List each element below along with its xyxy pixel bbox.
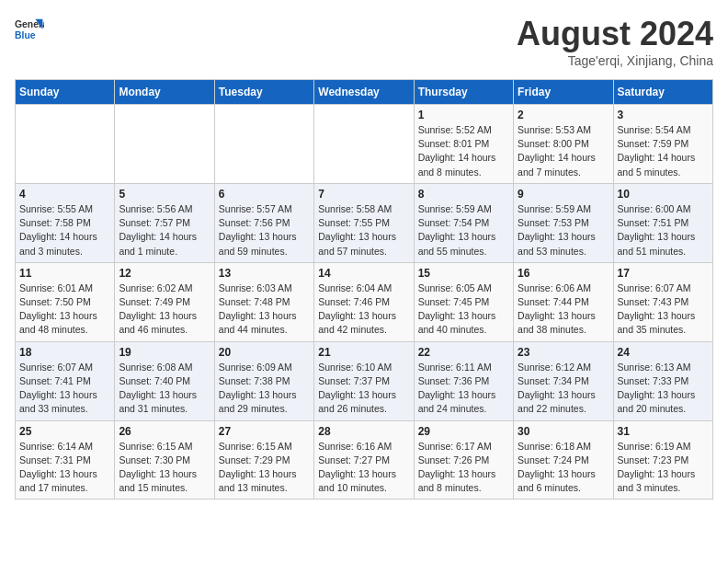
day-cell [115,105,214,184]
day-number: 28 [318,425,409,438]
week-row-3: 11Sunrise: 6:01 AMSunset: 7:50 PMDayligh… [16,262,713,341]
day-info: Sunrise: 5:59 AMSunset: 7:54 PMDaylight:… [418,202,509,259]
weekday-header-monday: Monday [115,80,214,105]
day-number: 3 [618,109,709,121]
day-number: 31 [618,425,709,438]
day-number: 2 [518,109,609,121]
day-info: Sunrise: 6:17 AMSunset: 7:26 PMDaylight:… [418,440,509,496]
day-cell: 31Sunrise: 6:19 AMSunset: 7:23 PMDayligh… [613,420,712,500]
day-info: Sunrise: 5:54 AMSunset: 7:59 PMDaylight:… [618,123,709,179]
day-cell: 6Sunrise: 5:57 AMSunset: 7:56 PMDaylight… [214,183,313,262]
day-number: 8 [418,188,509,201]
day-cell: 22Sunrise: 6:11 AMSunset: 7:36 PMDayligh… [414,341,513,420]
day-info: Sunrise: 5:55 AMSunset: 7:58 PMDaylight:… [19,202,110,259]
day-cell: 13Sunrise: 6:03 AMSunset: 7:48 PMDayligh… [214,262,313,341]
title-block: August 2024 Tage'erqi, Xinjiang, China [517,15,713,68]
day-cell: 7Sunrise: 5:58 AMSunset: 7:55 PMDaylight… [314,183,414,262]
day-cell: 28Sunrise: 6:16 AMSunset: 7:27 PMDayligh… [314,420,414,500]
calendar-table: SundayMondayTuesdayWednesdayThursdayFrid… [15,79,713,500]
day-cell: 20Sunrise: 6:09 AMSunset: 7:38 PMDayligh… [214,341,313,420]
day-cell: 27Sunrise: 6:15 AMSunset: 7:29 PMDayligh… [214,420,313,500]
day-cell: 4Sunrise: 5:55 AMSunset: 7:58 PMDaylight… [16,183,115,262]
weekday-header-sunday: Sunday [16,80,115,105]
week-row-1: 1Sunrise: 5:52 AMSunset: 8:01 PMDaylight… [16,105,713,184]
day-info: Sunrise: 6:14 AMSunset: 7:31 PMDaylight:… [19,440,110,496]
day-cell: 5Sunrise: 5:56 AMSunset: 7:57 PMDaylight… [115,183,214,262]
day-cell [16,105,115,184]
day-cell: 19Sunrise: 6:08 AMSunset: 7:40 PMDayligh… [115,341,214,420]
day-info: Sunrise: 6:00 AMSunset: 7:51 PMDaylight:… [618,202,709,259]
day-cell: 30Sunrise: 6:18 AMSunset: 7:24 PMDayligh… [514,420,613,500]
day-number: 9 [518,188,609,201]
day-cell: 12Sunrise: 6:02 AMSunset: 7:49 PMDayligh… [115,262,214,341]
day-info: Sunrise: 6:01 AMSunset: 7:50 PMDaylight:… [19,282,110,338]
day-number: 15 [418,267,509,280]
calendar-body: 1Sunrise: 5:52 AMSunset: 8:01 PMDaylight… [16,105,713,500]
day-info: Sunrise: 6:08 AMSunset: 7:40 PMDaylight:… [119,361,210,417]
day-cell: 21Sunrise: 6:10 AMSunset: 7:37 PMDayligh… [314,341,414,420]
day-info: Sunrise: 6:19 AMSunset: 7:23 PMDaylight:… [618,440,709,496]
day-info: Sunrise: 6:10 AMSunset: 7:37 PMDaylight:… [318,361,409,417]
day-info: Sunrise: 5:59 AMSunset: 7:53 PMDaylight:… [518,202,609,259]
day-number: 20 [219,346,310,359]
day-number: 4 [19,188,110,201]
day-cell: 14Sunrise: 6:04 AMSunset: 7:46 PMDayligh… [314,262,414,341]
day-info: Sunrise: 6:09 AMSunset: 7:38 PMDaylight:… [219,361,310,417]
location-subtitle: Tage'erqi, Xinjiang, China [517,53,713,68]
day-cell: 3Sunrise: 5:54 AMSunset: 7:59 PMDaylight… [613,105,712,184]
day-cell: 8Sunrise: 5:59 AMSunset: 7:54 PMDaylight… [414,183,513,262]
day-number: 24 [618,346,709,359]
weekday-header-thursday: Thursday [414,80,513,105]
day-number: 7 [318,188,409,201]
day-info: Sunrise: 6:06 AMSunset: 7:44 PMDaylight:… [518,282,609,338]
weekday-header-tuesday: Tuesday [214,80,313,105]
day-number: 16 [518,267,609,280]
day-number: 12 [119,267,210,280]
day-number: 27 [219,425,310,438]
day-info: Sunrise: 6:18 AMSunset: 7:24 PMDaylight:… [518,440,609,496]
day-number: 18 [19,346,110,359]
week-row-2: 4Sunrise: 5:55 AMSunset: 7:58 PMDaylight… [16,183,713,262]
day-number: 23 [518,346,609,359]
day-cell: 11Sunrise: 6:01 AMSunset: 7:50 PMDayligh… [16,262,115,341]
weekday-header-friday: Friday [514,80,613,105]
day-info: Sunrise: 5:53 AMSunset: 8:00 PMDaylight:… [518,123,609,179]
day-info: Sunrise: 6:05 AMSunset: 7:45 PMDaylight:… [418,282,509,338]
day-number: 13 [219,267,310,280]
day-info: Sunrise: 6:11 AMSunset: 7:36 PMDaylight:… [418,361,509,417]
day-cell: 9Sunrise: 5:59 AMSunset: 7:53 PMDaylight… [514,183,613,262]
day-number: 1 [418,109,509,121]
day-number: 11 [19,267,110,280]
day-cell: 2Sunrise: 5:53 AMSunset: 8:00 PMDaylight… [514,105,613,184]
weekday-header-saturday: Saturday [613,80,712,105]
day-info: Sunrise: 6:07 AMSunset: 7:43 PMDaylight:… [618,282,709,338]
day-info: Sunrise: 6:13 AMSunset: 7:33 PMDaylight:… [618,361,709,417]
day-number: 25 [19,425,110,438]
day-info: Sunrise: 6:07 AMSunset: 7:41 PMDaylight:… [19,361,110,417]
day-number: 30 [518,425,609,438]
day-number: 22 [418,346,509,359]
day-info: Sunrise: 5:57 AMSunset: 7:56 PMDaylight:… [219,202,310,259]
svg-text:Blue: Blue [15,30,36,40]
day-info: Sunrise: 5:52 AMSunset: 8:01 PMDaylight:… [418,123,509,179]
day-cell: 25Sunrise: 6:14 AMSunset: 7:31 PMDayligh… [16,420,115,500]
day-number: 10 [618,188,709,201]
day-number: 6 [219,188,310,201]
day-number: 26 [119,425,210,438]
day-info: Sunrise: 6:03 AMSunset: 7:48 PMDaylight:… [219,282,310,338]
day-cell: 17Sunrise: 6:07 AMSunset: 7:43 PMDayligh… [613,262,712,341]
weekday-header-row: SundayMondayTuesdayWednesdayThursdayFrid… [16,80,713,105]
day-number: 29 [418,425,509,438]
day-cell: 29Sunrise: 6:17 AMSunset: 7:26 PMDayligh… [414,420,513,500]
day-cell: 18Sunrise: 6:07 AMSunset: 7:41 PMDayligh… [16,341,115,420]
logo: General Blue [15,15,44,44]
day-cell: 16Sunrise: 6:06 AMSunset: 7:44 PMDayligh… [514,262,613,341]
day-number: 14 [318,267,409,280]
day-cell [214,105,313,184]
week-row-4: 18Sunrise: 6:07 AMSunset: 7:41 PMDayligh… [16,341,713,420]
day-cell: 1Sunrise: 5:52 AMSunset: 8:01 PMDaylight… [414,105,513,184]
day-number: 17 [618,267,709,280]
page-header: General Blue August 2024 Tage'erqi, Xinj… [15,15,713,68]
day-cell: 24Sunrise: 6:13 AMSunset: 7:33 PMDayligh… [613,341,712,420]
day-info: Sunrise: 6:15 AMSunset: 7:29 PMDaylight:… [219,440,310,496]
